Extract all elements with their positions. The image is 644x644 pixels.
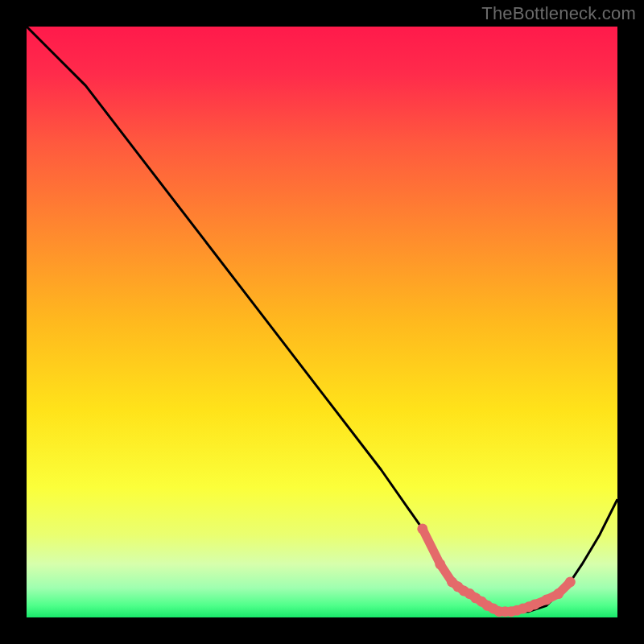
marker-dot [541, 595, 551, 605]
marker-dot [553, 588, 564, 599]
watermark-text: TheBottleneck.com [481, 3, 636, 24]
frame: TheBottleneck.com [0, 0, 644, 644]
chart-svg [27, 27, 617, 617]
heat-gradient [27, 27, 617, 617]
marker-dot [417, 523, 427, 534]
plot-area [27, 27, 617, 617]
marker-dot [530, 599, 540, 609]
marker-dot [565, 577, 576, 588]
marker-dot [435, 559, 445, 569]
